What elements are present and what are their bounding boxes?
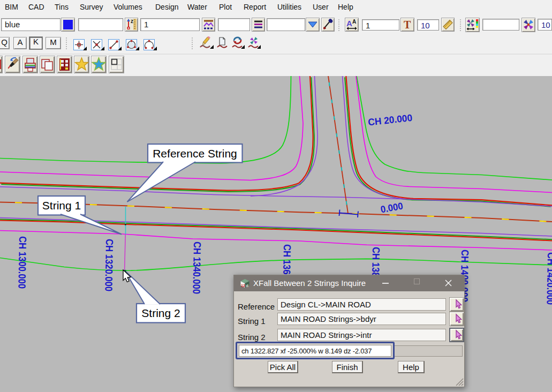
svg-text:String 1: String 1 [42,199,81,212]
svg-text:CH 1420.000: CH 1420.000 [545,252,552,305]
svg-text:0.000: 0.000 [380,200,404,215]
svg-text:12: 12 [241,284,245,288]
svg-text:A: A [346,19,352,28]
svg-text:CH 1300.000: CH 1300.000 [16,236,28,289]
svg-text:z: z [131,18,133,24]
svg-text:A: A [352,19,356,25]
svg-text:d: d [246,283,248,288]
svg-text:CH 1340.000: CH 1340.000 [191,242,203,294]
svg-text:String 2: String 2 [141,307,180,319]
svg-text:CH 1320.000: CH 1320.000 [103,239,115,291]
svg-text:T: T [404,19,411,31]
svg-text:CH 20.000: CH 20.000 [367,112,413,128]
svg-text:Reference String: Reference String [153,147,237,160]
